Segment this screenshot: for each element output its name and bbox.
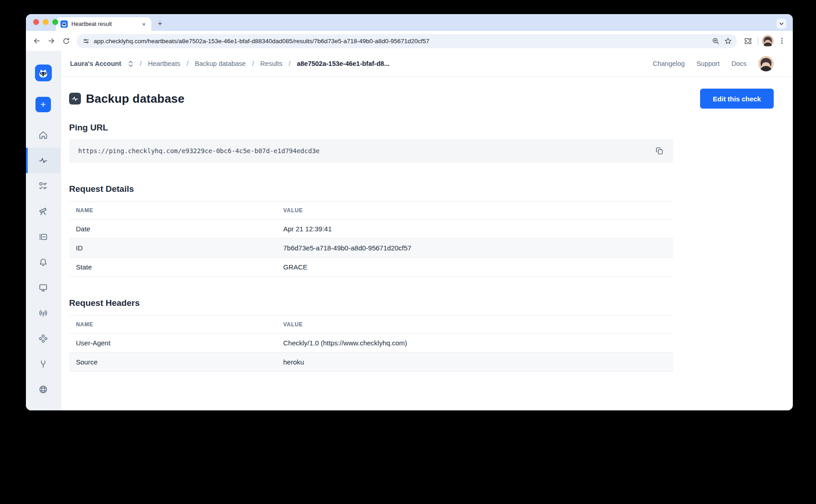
zoom-in-icon[interactable] <box>711 37 720 45</box>
browser-toolbar: app.checklyhq.com/heartbeats/a8e7502a-15… <box>26 31 793 51</box>
minimize-window-button[interactable] <box>43 19 49 25</box>
row-name-cell: User-Agent <box>69 334 276 353</box>
sidebar-item-checks[interactable] <box>26 173 61 199</box>
extensions-icon[interactable] <box>741 35 754 47</box>
globe-icon <box>38 384 48 394</box>
column-header-name: NAME <box>69 316 276 334</box>
row-value-cell: GRACE <box>276 258 673 277</box>
sidebar-item-integrations[interactable] <box>26 326 61 351</box>
broadcast-antenna-icon <box>38 308 48 318</box>
tab-search-chevron-icon[interactable] <box>776 19 786 29</box>
row-value-cell: Apr 21 12:39:41 <box>276 220 673 239</box>
sidebar-item-home[interactable] <box>26 122 61 148</box>
ping-url-box: https://ping.checklyhq.com/e93229ce-0bc6… <box>69 139 673 163</box>
column-header-value: VALUE <box>276 202 673 220</box>
close-window-button[interactable] <box>33 19 39 25</box>
sidebar-item-private-locations[interactable] <box>26 377 61 402</box>
table-row: ID7b6d73e5-a718-49b0-a8d0-95671d20cf57 <box>69 239 673 258</box>
chrome-profile-avatar[interactable] <box>762 35 774 47</box>
row-value-cell: 7b6d73e5-a718-49b0-a8d0-95671d20cf57 <box>276 239 673 258</box>
page-content: Backup database Edit this check Ping URL… <box>61 77 793 410</box>
back-icon[interactable] <box>30 35 43 47</box>
sidebar-item-maintenance[interactable] <box>26 351 61 377</box>
breadcrumb-link-check[interactable]: Backup database <box>195 60 246 67</box>
copy-icon[interactable] <box>654 145 665 156</box>
ping-url-value: https://ping.checklyhq.com/e93229ce-0bc6… <box>78 147 654 155</box>
user-avatar[interactable] <box>758 56 774 71</box>
diamonds-icon <box>38 334 48 344</box>
forward-icon[interactable] <box>45 35 58 47</box>
home-icon <box>38 130 48 140</box>
breadcrumb-separator: / <box>140 60 142 67</box>
main-area: Laura's Account / Heartbeats / Backup da… <box>61 51 793 410</box>
sidebar-item-groups[interactable] <box>26 224 61 250</box>
app-header: Laura's Account / Heartbeats / Backup da… <box>61 51 793 77</box>
row-name-cell: Date <box>69 220 276 239</box>
browser-menu-kebab-icon[interactable] <box>776 35 788 47</box>
ping-url-heading: Ping URL <box>69 123 774 133</box>
checkly-favicon <box>60 20 68 28</box>
heartbeat-check-icon <box>69 93 81 105</box>
request-details-heading: Request Details <box>69 184 774 194</box>
breadcrumb-separator: / <box>252 60 254 67</box>
sidebar-item-broadcast[interactable] <box>26 300 61 326</box>
breadcrumb-link-results[interactable]: Results <box>260 60 282 67</box>
request-details-table: NAME VALUE DateApr 21 12:39:41ID7b6d73e5… <box>69 201 673 277</box>
tab-title: Heartbeat result <box>71 21 136 27</box>
wrench-icon <box>38 359 48 369</box>
breadcrumb: Laura's Account / Heartbeats / Backup da… <box>70 60 390 67</box>
sidebar-item-heartbeats[interactable] <box>26 148 61 173</box>
row-name-cell: Source <box>69 353 276 372</box>
monitor-icon <box>38 283 48 293</box>
changelog-link[interactable]: Changelog <box>653 60 685 67</box>
bell-icon <box>38 257 48 267</box>
checklist-icon <box>38 181 48 191</box>
row-value-cell: heroku <box>276 353 673 372</box>
header-links: Changelog Support Docs <box>653 60 746 67</box>
account-switcher-icon[interactable] <box>128 60 134 67</box>
edit-check-button[interactable]: Edit this check <box>700 89 774 109</box>
browser-tab[interactable]: Heartbeat result × <box>56 17 151 31</box>
table-row: DateApr 21 12:39:41 <box>69 220 673 239</box>
sidebar-item-explore[interactable] <box>26 199 61 224</box>
group-list-icon <box>38 232 48 242</box>
bookmark-star-icon[interactable] <box>724 37 732 45</box>
sidebar-item-dashboards[interactable] <box>26 275 61 300</box>
table-row: Sourceheroku <box>69 353 673 372</box>
sidebar: + <box>26 51 61 410</box>
table-row: StateGRACE <box>69 258 673 277</box>
url-bar[interactable]: app.checklyhq.com/heartbeats/a8e7502a-15… <box>77 34 737 48</box>
traffic-lights <box>33 19 58 25</box>
row-value-cell: Checkly/1.0 (https://www.checklyhq.com) <box>276 334 673 353</box>
account-name[interactable]: Laura's Account <box>70 60 121 67</box>
fullscreen-window-button[interactable] <box>52 19 58 25</box>
url-text[interactable]: app.checklyhq.com/heartbeats/a8e7502a-15… <box>94 38 708 45</box>
browser-window: Heartbeat result × + app.checklyhq.com/h… <box>26 14 793 410</box>
reload-icon[interactable] <box>60 35 72 47</box>
site-settings-icon[interactable] <box>82 37 90 45</box>
sidebar-item-alerts[interactable] <box>26 250 61 275</box>
breadcrumb-separator: / <box>289 60 290 67</box>
row-name-cell: ID <box>69 239 276 258</box>
column-header-value: VALUE <box>276 316 673 334</box>
tab-close-icon[interactable]: × <box>140 20 148 28</box>
toolbar-divider <box>758 37 758 45</box>
table-header-row: NAME VALUE <box>69 316 673 334</box>
create-button[interactable]: + <box>35 97 51 112</box>
support-link[interactable]: Support <box>696 60 720 67</box>
table-row: User-AgentCheckly/1.0 (https://www.check… <box>69 334 673 353</box>
breadcrumb-link-heartbeats[interactable]: Heartbeats <box>148 60 180 67</box>
row-name-cell: State <box>69 258 276 277</box>
new-tab-button[interactable]: + <box>154 18 166 30</box>
request-headers-heading: Request Headers <box>69 298 774 308</box>
heartbeat-pulse-icon <box>38 155 48 165</box>
breadcrumb-current-id: a8e7502a-153e-46e1-bfaf-d8... <box>297 60 390 67</box>
docs-link[interactable]: Docs <box>731 60 746 67</box>
checkly-logo[interactable] <box>35 65 52 81</box>
page-title: Backup database <box>86 92 185 106</box>
tab-strip: Heartbeat result × + <box>26 14 793 31</box>
checkly-app: + <box>26 51 793 410</box>
request-headers-table: NAME VALUE User-AgentCheckly/1.0 (https:… <box>69 315 673 372</box>
breadcrumb-separator: / <box>186 60 188 67</box>
title-row: Backup database Edit this check <box>69 89 774 109</box>
